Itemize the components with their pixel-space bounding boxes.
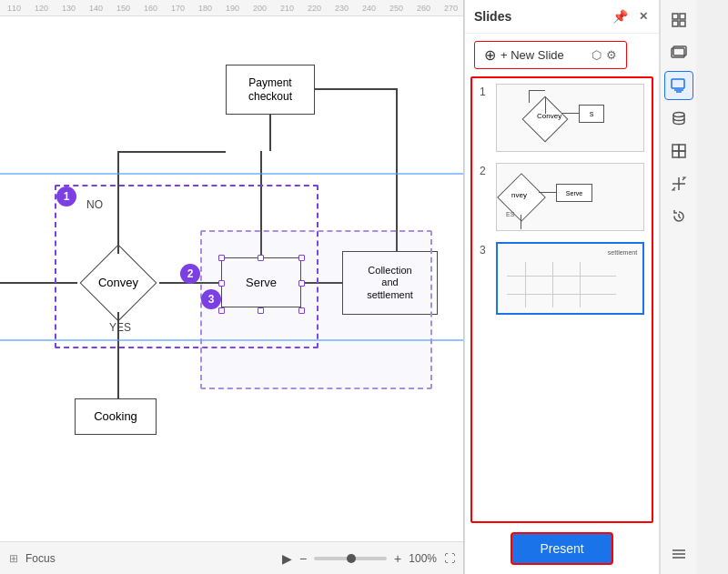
badge-3: 3 [201,289,221,309]
slides-list[interactable]: 1 Convey S 2 nvey [470,76,653,523]
layers-icon-btn[interactable] [664,38,693,67]
expand-icon[interactable]: ⛶ [444,552,455,565]
slide-num-1: 1 [480,84,490,98]
slide-item-3[interactable]: 3 settlement [480,237,644,320]
ruler-top: 110 120 130 140 150 160 170 180 190 200 … [0,0,463,16]
zoom-plus[interactable]: + [394,551,401,566]
slide-item-2[interactable]: 2 nvey Serve ES [480,157,644,237]
export-icon[interactable]: ⬡ [592,48,602,62]
close-icon[interactable]: ✕ [637,8,650,25]
svg-line-17 [679,217,681,218]
sel-handle-tl [218,255,225,261]
sel-handle-bl [218,307,225,314]
focus-label: Focus [25,552,56,565]
selection-box-2 [200,230,432,389]
slides-header-icons: 📌 ✕ [611,7,650,25]
sel-handle-ml [218,280,225,287]
svg-rect-3 [680,21,685,26]
extend-icon-btn[interactable] [664,169,693,198]
new-slide-button[interactable]: ⊕ + New Slide ⬡ ⚙ [474,41,627,69]
zoom-level: 100% [409,552,437,565]
svg-rect-6 [672,79,684,88]
svg-rect-11 [679,145,685,151]
play-icon[interactable]: ▶ [282,551,292,566]
slides-title: Slides [474,9,511,24]
svg-point-9 [673,113,684,117]
arrow-no-right [117,151,226,153]
svg-rect-2 [672,21,678,26]
slides-header: Slides 📌 ✕ [465,0,659,34]
cooking-box: Cooking [75,398,157,435]
slide-thumb-2[interactable]: nvey Serve ES [496,163,644,231]
arrow-yes-cooking [117,385,119,398]
sel-handle-br [298,307,305,314]
slides-panel: Slides 📌 ✕ ⊕ + New Slide ⬡ ⚙ 1 Convey [465,0,660,574]
sel-handle-bc [258,307,264,314]
sel-handle-mr [298,280,305,287]
highlight-line-1 [0,173,464,175]
slide-thumb-3[interactable]: settlement [496,242,644,315]
arrow-pc-right [315,88,397,90]
badge-2: 2 [180,264,200,284]
svg-rect-13 [679,151,685,157]
badge-1: 1 [56,186,76,206]
svg-rect-0 [672,14,678,19]
sel-handle-tr [298,255,305,261]
svg-rect-12 [672,151,679,157]
svg-rect-1 [680,14,685,19]
icon-toolbar [660,0,696,574]
menu-icon-btn[interactable] [664,539,693,569]
pin-icon[interactable]: 📌 [611,7,630,25]
sel-handle-tc [258,255,264,261]
settings-icon[interactable]: ⚙ [606,48,617,62]
slide-item-1[interactable]: 1 Convey S [480,78,644,157]
canvas-content: Payment checkout Convey NO YES Serve [0,16,464,541]
arrow-pc-down [269,115,271,151]
shapes-icon-btn[interactable] [664,5,693,35]
slide-thumb-1[interactable]: Convey S [496,84,644,152]
slide-num-2: 2 [480,163,490,177]
zoom-minus[interactable]: − [299,551,307,566]
new-slide-label: + New Slide [500,48,564,62]
canvas-area[interactable]: 110 120 130 140 150 160 170 180 190 200 … [0,0,464,574]
svg-rect-10 [672,145,679,151]
database-icon-btn[interactable] [664,104,693,133]
zoom-slider[interactable] [314,557,387,560]
history-icon-btn[interactable] [664,202,693,231]
bottom-toolbar: ⊞ Focus ▶ − + 100% ⛶ [0,541,464,574]
slide-num-3: 3 [480,242,490,257]
right-panel: Slides 📌 ✕ ⊕ + New Slide ⬡ ⚙ 1 Convey [464,0,696,574]
new-slide-plus-icon: ⊕ [484,46,496,64]
payment-checkout-box: Payment checkout [226,65,315,115]
present-button[interactable]: Present [511,532,612,565]
slides-icon-btn[interactable] [664,71,693,100]
crop-icon-btn[interactable] [664,136,693,166]
